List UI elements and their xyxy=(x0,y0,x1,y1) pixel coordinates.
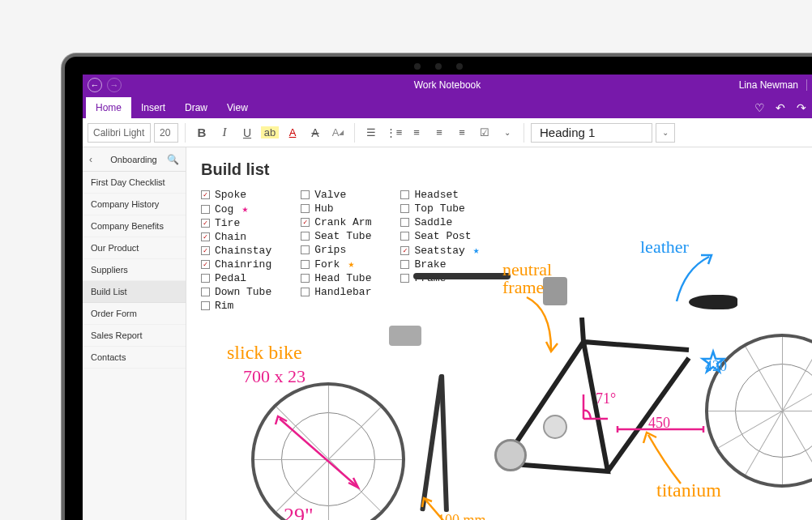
checkbox-icon[interactable] xyxy=(301,190,310,199)
page-navigation: ‹ Onboarding 🔍 First Day Checklist Compa… xyxy=(83,147,186,520)
font-color-button[interactable]: A xyxy=(283,123,302,143)
tab-view[interactable]: View xyxy=(217,97,258,118)
bold-button[interactable]: B xyxy=(192,123,212,143)
app-screen: ← → Work Notebook Lina Newman Home Inser… xyxy=(83,75,812,520)
checklist-label: Seat Tube xyxy=(314,230,371,242)
ink-arrow xyxy=(511,293,575,358)
ribbon-tabs: Home Insert Draw View ♡ ↶ ↷ xyxy=(83,96,812,118)
bike-part xyxy=(543,415,567,439)
nav-back-icon[interactable]: ‹ xyxy=(89,154,100,165)
checklist-item[interactable]: Hub xyxy=(301,202,371,215)
checklist-item[interactable]: Cog★ xyxy=(201,202,271,215)
italic-button[interactable]: I xyxy=(215,123,234,143)
checklist-item[interactable]: ✓Spoke xyxy=(201,189,271,201)
highlight-button[interactable]: ab xyxy=(260,123,280,143)
nav-item-first-day[interactable]: First Day Checklist xyxy=(83,172,186,194)
title-bar: ← → Work Notebook Lina Newman xyxy=(83,75,812,96)
checklist-item[interactable]: ✓Tire xyxy=(201,217,271,229)
forward-button[interactable]: → xyxy=(107,78,122,92)
checkbox-button[interactable]: ☑ xyxy=(475,123,494,143)
checklist-label: Valve xyxy=(314,189,346,201)
page-canvas[interactable]: Build list ✓SpokeCog★✓Tire✓Chain✓Chainst… xyxy=(186,147,812,520)
ink-dim-line xyxy=(616,425,705,433)
checklist-label: Seatstay xyxy=(414,245,464,257)
nav-item-benefits[interactable]: Company Benefits xyxy=(83,215,186,237)
checklist-label: Top Tube xyxy=(414,202,464,215)
style-select[interactable]: Heading 1 xyxy=(531,123,652,143)
back-button[interactable]: ← xyxy=(88,78,102,92)
checkbox-icon[interactable] xyxy=(400,218,409,227)
lightbulb-icon[interactable]: ♡ xyxy=(749,97,770,118)
checklist-item[interactable]: ✓Chainstay xyxy=(201,245,271,257)
more-button[interactable]: ⌄ xyxy=(498,123,517,143)
redo-button[interactable]: ↷ xyxy=(791,97,812,118)
checklist-item[interactable]: Seat Post xyxy=(400,230,479,242)
checkbox-icon[interactable]: ✓ xyxy=(201,190,210,199)
user-name[interactable]: Lina Newman xyxy=(739,79,798,91)
checklist-item[interactable]: Headset xyxy=(400,189,479,201)
font-name-select[interactable]: Calibri Light xyxy=(88,123,151,143)
annotation-29in: 29" xyxy=(284,504,314,520)
nav-item-suppliers[interactable]: Suppliers xyxy=(83,259,186,281)
checkbox-icon[interactable]: ✓ xyxy=(400,246,409,255)
checkbox-icon[interactable]: ✓ xyxy=(201,246,210,255)
section-name[interactable]: Onboarding xyxy=(100,155,167,164)
search-icon[interactable]: 🔍 xyxy=(167,154,179,165)
checkbox-icon[interactable] xyxy=(301,260,310,269)
checklist-label: Tire xyxy=(215,217,240,229)
checkbox-icon[interactable]: ✓ xyxy=(201,232,210,241)
align-button[interactable]: ≡ xyxy=(452,123,472,143)
bike-fork-2 xyxy=(439,374,449,512)
checklist-item[interactable]: ✓Crank Arm xyxy=(301,216,371,228)
notebook-title: Work Notebook xyxy=(414,79,481,91)
checkbox-icon[interactable] xyxy=(301,204,310,213)
checklist-label: Cog xyxy=(215,203,233,215)
camera xyxy=(414,63,463,70)
tab-insert[interactable]: Insert xyxy=(131,97,175,118)
checkbox-icon[interactable] xyxy=(400,204,409,213)
checklist-item[interactable]: Saddle xyxy=(400,216,479,228)
star-icon: ★ xyxy=(473,244,480,257)
annotation-slick-bike: slick bike xyxy=(227,342,302,364)
strikethrough-button[interactable]: A xyxy=(306,123,325,143)
font-size-select[interactable]: 20 xyxy=(154,123,178,143)
nav-item-order-form[interactable]: Order Form xyxy=(83,303,186,325)
checkbox-icon[interactable]: ✓ xyxy=(201,260,210,269)
number-list-button[interactable]: ⋮≡ xyxy=(384,123,404,143)
checklist-item[interactable]: Top Tube xyxy=(400,202,479,215)
nav-item-contacts[interactable]: Contacts xyxy=(83,347,186,369)
checklist-item[interactable]: Grips xyxy=(301,244,371,256)
checklist-item[interactable]: Seat Tube xyxy=(301,230,371,242)
checkbox-icon[interactable] xyxy=(400,232,409,241)
checkbox-icon[interactable]: ✓ xyxy=(301,218,310,227)
checklist-label: Crank Arm xyxy=(314,216,371,228)
tab-home[interactable]: Home xyxy=(86,97,131,118)
checkbox-icon[interactable] xyxy=(201,205,210,214)
undo-button[interactable]: ↶ xyxy=(770,97,791,118)
nav-item-history[interactable]: Company History xyxy=(83,194,186,215)
ink-arrow xyxy=(417,496,466,520)
underline-button[interactable]: U xyxy=(237,123,257,143)
style-dropdown[interactable]: ⌄ xyxy=(656,123,675,143)
indent-button[interactable]: ≡ xyxy=(430,123,449,143)
device-frame: ← → Work Notebook Lina Newman Home Inser… xyxy=(65,57,812,520)
checklist-label: Grips xyxy=(314,244,346,256)
checklist-label: Spoke xyxy=(215,189,246,201)
checklist-item[interactable]: Valve xyxy=(301,189,371,201)
checkbox-icon[interactable]: ✓ xyxy=(201,219,210,228)
checklist-item[interactable]: ✓Seatstay★ xyxy=(400,244,479,257)
outdent-button[interactable]: ≡ xyxy=(407,123,426,143)
nav-item-product[interactable]: Our Product xyxy=(83,237,186,259)
clear-format-button[interactable]: A◢ xyxy=(328,123,348,143)
tab-draw[interactable]: Draw xyxy=(175,97,217,118)
checklist-item[interactable]: ✓Chain xyxy=(201,231,271,243)
star-icon: ★ xyxy=(241,202,248,215)
ink-angle xyxy=(579,390,612,423)
checkbox-icon[interactable] xyxy=(301,232,310,241)
bullet-list-button[interactable]: ☰ xyxy=(361,123,381,143)
checkbox-icon[interactable] xyxy=(400,260,409,269)
checkbox-icon[interactable] xyxy=(301,245,310,254)
nav-item-sales-report[interactable]: Sales Report xyxy=(83,325,186,347)
checkbox-icon[interactable] xyxy=(400,190,409,199)
nav-item-build-list[interactable]: Build List xyxy=(83,281,186,303)
